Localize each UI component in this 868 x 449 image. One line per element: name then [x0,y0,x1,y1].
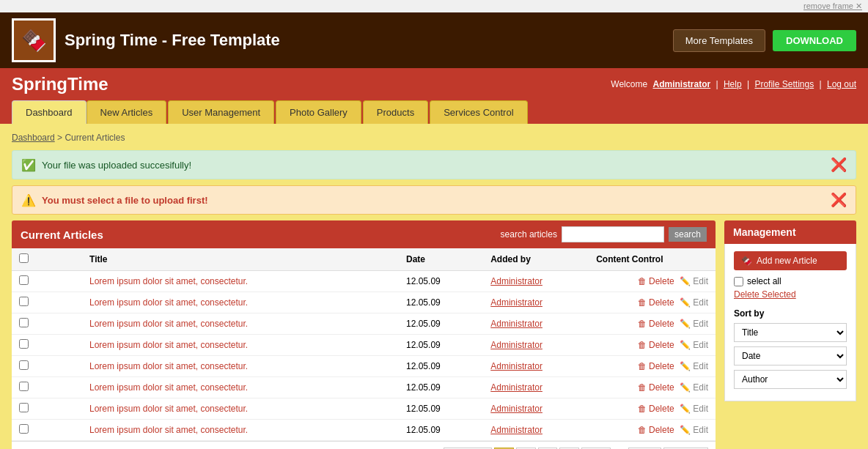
row-checkbox-2[interactable] [19,318,29,327]
search-label: search articles [501,229,557,240]
delete-btn-7[interactable]: 🗑 Delete [638,425,677,435]
delete-selected-link[interactable]: Delete Selected [734,289,847,300]
row-checkbox-1[interactable] [19,297,29,306]
article-title-7[interactable]: Lorem ipsum dolor sit amet, consectetur. [89,425,248,435]
nav-separator-1: | [716,79,721,89]
edit-btn-6[interactable]: ✏️ Edit [680,404,708,414]
header-nav: Welcome Administrator | Help | Profile S… [608,79,856,89]
article-title-2[interactable]: Lorem ipsum dolor sit amet, consectetur. [89,319,248,329]
article-author-4[interactable]: Administrator [490,361,542,371]
tab-products[interactable]: Products [363,100,428,124]
remove-frame-link[interactable]: remove frame ✕ [803,1,862,10]
edit-btn-7[interactable]: ✏️ Edit [680,425,708,435]
search-button[interactable]: search [669,227,707,242]
help-link[interactable]: Help [724,79,742,89]
table-row: Lorem ipsum dolor sit amet, consectetur.… [12,271,716,292]
edit-btn-3[interactable]: ✏️ Edit [680,340,708,350]
admin-link[interactable]: Administrator [652,79,710,89]
article-author-6[interactable]: Administrator [490,404,542,414]
logout-link[interactable]: Log out [827,79,856,89]
delete-icon-0: 🗑 [638,276,647,286]
search-area: search articles search [501,226,707,242]
edit-btn-4[interactable]: ✏️ Edit [680,361,708,371]
row-checkbox-3[interactable] [19,339,29,349]
article-date-6: 12.05.09 [399,398,483,420]
table-row: Lorem ipsum dolor sit amet, consectetur.… [12,335,716,356]
table-row: Lorem ipsum dolor sit amet, consectetur.… [12,313,716,335]
article-title-0[interactable]: Lorem ipsum dolor sit amet, consectetur. [89,276,248,286]
article-date-0: 12.05.09 [399,271,483,292]
delete-btn-2[interactable]: 🗑 Delete [638,319,677,329]
edit-btn-5[interactable]: ✏️ Edit [680,382,708,393]
article-author-1[interactable]: Administrator [490,297,542,308]
col-date: Date [399,248,483,271]
row-checkbox-0[interactable] [19,275,29,285]
alert-warning-text: You must select a file to upload first! [42,195,208,206]
article-date-5: 12.05.09 [399,377,483,398]
edit-btn-2[interactable]: ✏️ Edit [680,319,708,329]
add-article-icon: 🍫 [741,256,752,266]
delete-btn-0[interactable]: 🗑 Delete [638,276,677,286]
article-author-7[interactable]: Administrator [490,425,542,435]
search-input[interactable] [562,226,664,242]
alert-warning: ⚠️ You must select a file to upload firs… [12,185,856,215]
table-row: Lorem ipsum dolor sit amet, consectetur.… [12,377,716,398]
article-date-1: 12.05.09 [399,292,483,313]
add-article-button[interactable]: 🍫 Add new Article [734,251,847,270]
delete-btn-5[interactable]: 🗑 Delete [638,382,677,393]
edit-icon-3: ✏️ [680,340,691,350]
alert-success-close[interactable]: ❌ [831,157,847,173]
table-title: Current Articles [21,229,103,241]
delete-btn-4[interactable]: 🗑 Delete [638,361,677,371]
article-author-3[interactable]: Administrator [490,340,542,350]
select-all-header-checkbox[interactable] [19,253,29,263]
article-title-5[interactable]: Lorem ipsum dolor sit amet, consectetur. [89,382,248,393]
profile-settings-link[interactable]: Profile Settings [754,79,814,89]
row-checkbox-5[interactable] [19,382,29,391]
breadcrumb-separator: > [57,133,65,143]
breadcrumb-dashboard[interactable]: Dashboard [12,133,55,143]
logo-icon: 🍫 [21,29,47,53]
alert-warning-close[interactable]: ❌ [831,192,847,208]
article-title-4[interactable]: Lorem ipsum dolor sit amet, consectetur. [89,361,248,371]
table-header: Current Articles search articles search [12,220,716,248]
tab-new-articles[interactable]: New Articles [87,100,167,124]
delete-btn-1[interactable]: 🗑 Delete [638,297,677,308]
more-templates-button[interactable]: More Templates [673,29,765,52]
select-all-checkbox[interactable] [734,277,743,286]
sort-by-date-select[interactable]: Date [734,346,847,365]
tab-user-management[interactable]: User Management [168,100,274,124]
row-checkbox-4[interactable] [19,360,29,370]
select-all-row: select all [734,276,847,286]
edit-btn-1[interactable]: ✏️ Edit [680,297,708,308]
brand-name: SpringTime [12,74,108,94]
edit-icon-0: ✏️ [680,276,691,286]
breadcrumb-current: Current Articles [65,133,125,143]
row-checkbox-7[interactable] [19,424,29,434]
col-added-by: Added by [483,248,589,271]
edit-icon-1: ✏️ [680,297,691,308]
edit-btn-0[interactable]: ✏️ Edit [680,276,708,286]
article-author-2[interactable]: Administrator [490,319,542,329]
tab-dashboard[interactable]: Dashboard [12,100,87,124]
delete-icon-7: 🗑 [638,425,647,435]
sort-by-title-select[interactable]: Title [734,323,847,342]
article-title-1[interactable]: Lorem ipsum dolor sit amet, consectetur. [89,297,248,308]
article-date-3: 12.05.09 [399,335,483,356]
delete-btn-3[interactable]: 🗑 Delete [638,340,677,350]
article-date-4: 12.05.09 [399,356,483,377]
col-control: Content Control [589,248,716,271]
article-author-0[interactable]: Administrator [490,276,542,286]
row-checkbox-6[interactable] [19,403,29,412]
delete-btn-6[interactable]: 🗑 Delete [638,404,677,414]
article-title-6[interactable]: Lorem ipsum dolor sit amet, consectetur. [89,404,248,414]
tab-services-control[interactable]: Services Control [430,100,527,124]
tab-photo-gallery[interactable]: Photo Gallery [276,100,361,124]
alert-success: ✅ Your file was uploaded succesifully! ❌ [12,150,856,179]
sort-by-author-select[interactable]: Author [734,370,847,389]
download-button[interactable]: DOWNLOAD [773,30,856,51]
site-title: Spring Time - Free Template [65,31,280,50]
edit-icon-6: ✏️ [680,404,691,414]
article-author-5[interactable]: Administrator [490,382,542,393]
article-title-3[interactable]: Lorem ipsum dolor sit amet, consectetur. [89,340,248,350]
